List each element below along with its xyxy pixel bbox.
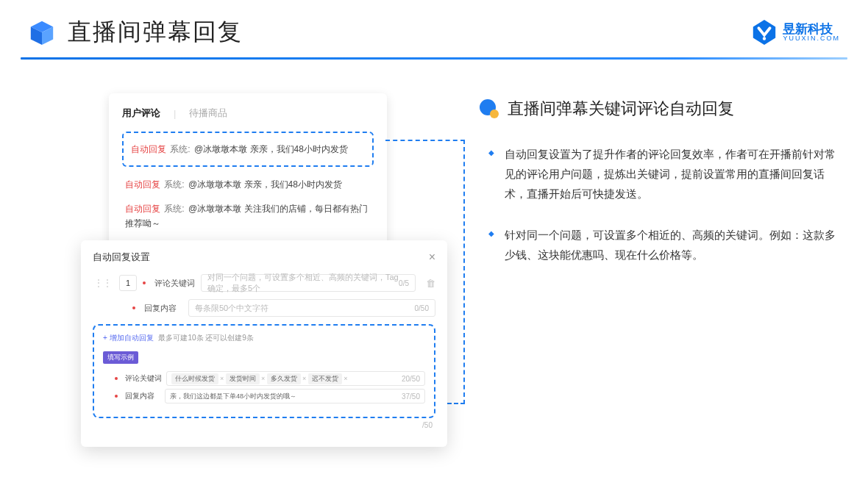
bullet-item-1: 自动回复设置为了提升作者的评论回复效率，作者可在开播前针对常见的评论用户问题，提… bbox=[505, 145, 839, 204]
system-prefix: 系统: bbox=[164, 204, 184, 214]
right-column: 直播间弹幕关键词评论自动回复 自动回复设置为了提升作者的评论回复效率，作者可在开… bbox=[478, 93, 839, 287]
svg-point-3 bbox=[763, 37, 766, 40]
reply-text: @冰墩墩本墩 关注我们的店铺，每日都有热门推荐呦～ bbox=[125, 204, 368, 229]
logo: 昱新科技 YUUXIN.COM bbox=[750, 18, 840, 46]
logo-text-wrap: 昱新科技 YUUXIN.COM bbox=[783, 23, 840, 42]
required-dot-icon bbox=[115, 377, 118, 380]
add-auto-reply-line: + 增加自动回复 最多可建10条 还可以创建9条 bbox=[103, 333, 425, 343]
close-icon[interactable]: × bbox=[429, 251, 435, 264]
auto-reply-tag: 自动回复 bbox=[125, 204, 160, 214]
example-badge: 填写示例 bbox=[103, 351, 138, 364]
keyword-label: 评论关键词 bbox=[154, 278, 195, 289]
delete-icon[interactable]: 🗑 bbox=[426, 278, 435, 289]
section-title: 直播间弹幕关键词评论自动回复 bbox=[508, 98, 734, 120]
connector-line bbox=[447, 403, 465, 404]
reply-row-2: 自动回复 系统: @冰墩墩本墩 亲亲，我们48小时内发货 bbox=[122, 173, 374, 196]
reply-text: @冰墩墩本墩 亲亲，我们48小时内发货 bbox=[188, 179, 342, 190]
form-row-keyword: ⋮⋮ 1 评论关键词 对同一个问题，可设置多个相近、高频的关键词，Tag确定，最… bbox=[93, 274, 435, 292]
comments-card: 用户评论 | 待播商品 自动回复 系统: @冰墩墩本墩 亲亲，我们48小时内发货… bbox=[109, 93, 387, 252]
outer-counter: /50 bbox=[93, 418, 435, 429]
content-label: 回复内容 bbox=[144, 303, 182, 314]
example-content-input[interactable]: 亲，我们这边都是下单48小时内发货的哦～ 37/50 bbox=[165, 389, 425, 403]
settings-header: 自动回复设置 × bbox=[93, 251, 435, 264]
tag-chip: 多久发货 bbox=[267, 373, 301, 384]
system-prefix: 系统: bbox=[164, 179, 184, 190]
example-keyword-counter: 20/50 bbox=[402, 375, 420, 383]
settings-title: 自动回复设置 bbox=[93, 251, 150, 264]
auto-reply-tag: 自动回复 bbox=[131, 144, 166, 154]
keyword-placeholder: 对同一个问题，可设置多个相近、高频的关键词，Tag确定，最多5个 bbox=[207, 272, 399, 294]
svg-point-5 bbox=[490, 110, 499, 118]
content: 用户评论 | 待播商品 自动回复 系统: @冰墩墩本墩 亲亲，我们48小时内发货… bbox=[0, 60, 868, 439]
reply-row-1: 自动回复 系统: @冰墩墩本墩 亲亲，我们48小时内发货 bbox=[128, 137, 368, 161]
reply-row-3: 自动回复 系统: @冰墩墩本墩 关注我们的店铺，每日都有热门推荐呦～ bbox=[122, 197, 374, 236]
bullet-circle-icon bbox=[478, 98, 500, 120]
connector-line bbox=[463, 140, 465, 404]
required-dot-icon bbox=[132, 306, 135, 309]
example-keyword-input[interactable]: 什么时候发货× 发货时间× 多久发货× 迟不发货× 20/50 bbox=[166, 371, 425, 386]
logo-name: 昱新科技 bbox=[783, 23, 840, 35]
highlighted-reply: 自动回复 系统: @冰墩墩本墩 亲亲，我们48小时内发货 bbox=[122, 132, 374, 167]
example-content-label: 回复内容 bbox=[125, 391, 160, 401]
add-auto-reply-link[interactable]: + 增加自动回复 bbox=[103, 334, 154, 342]
screenshot-stack: 用户评论 | 待播商品 自动回复 系统: @冰墩墩本墩 亲亲，我们48小时内发货… bbox=[81, 93, 449, 439]
tabs: 用户评论 | 待播商品 bbox=[122, 107, 374, 120]
bullet-list: 自动回复设置为了提升作者的评论回复效率，作者可在开播前针对常见的评论用户问题，提… bbox=[478, 145, 839, 265]
form-row-content: 回复内容 每条限50个中文字符 0/50 bbox=[93, 299, 435, 317]
reply-text: @冰墩墩本墩 亲亲，我们48小时内发货 bbox=[194, 144, 348, 154]
tag-chip: 发货时间 bbox=[226, 373, 260, 384]
drag-handle-icon[interactable]: ⋮⋮ bbox=[93, 278, 113, 288]
tag-chip: 迟不发货 bbox=[308, 373, 342, 384]
example-keyword-label: 评论关键词 bbox=[125, 373, 162, 384]
tab-divider: | bbox=[174, 108, 176, 119]
auto-reply-tag: 自动回复 bbox=[125, 179, 160, 190]
tag-chip: 什么时候发货 bbox=[171, 373, 218, 384]
cube-icon bbox=[28, 18, 56, 46]
content-input[interactable]: 每条限50个中文字符 0/50 bbox=[188, 299, 435, 317]
header-left: 直播间弹幕回复 bbox=[28, 16, 243, 49]
logo-sub: YUUXIN.COM bbox=[783, 35, 840, 42]
section-heading: 直播间弹幕关键词评论自动回复 bbox=[478, 98, 839, 120]
keyword-input[interactable]: 对同一个问题，可设置多个相近、高频的关键词，Tag确定，最多5个 0/5 bbox=[201, 274, 416, 292]
example-content-counter: 37/50 bbox=[402, 392, 420, 401]
content-placeholder: 每条限50个中文字符 bbox=[195, 303, 268, 314]
index-box: 1 bbox=[119, 275, 137, 291]
header: 直播间弹幕回复 昱新科技 YUUXIN.COM bbox=[0, 0, 868, 49]
required-dot-icon bbox=[115, 395, 118, 398]
example-keyword-row: 评论关键词 什么时候发货× 发货时间× 多久发货× 迟不发货× 20/50 bbox=[115, 371, 425, 386]
bullet-item-2: 针对同一个问题，可设置多个相近的、高频的关键词。例如：这款多少钱、这块能优惠吗、… bbox=[505, 226, 839, 265]
example-keyword-tags: 什么时候发货× 发货时间× 多久发货× 迟不发货× bbox=[171, 373, 347, 384]
example-section: + 增加自动回复 最多可建10条 还可以创建9条 填写示例 评论关键词 什么时候… bbox=[93, 324, 435, 418]
example-content-row: 回复内容 亲，我们这边都是下单48小时内发货的哦～ 37/50 bbox=[115, 389, 425, 403]
logo-icon bbox=[750, 18, 778, 46]
settings-card: 自动回复设置 × ⋮⋮ 1 评论关键词 对同一个问题，可设置多个相近、高频的关键… bbox=[81, 240, 447, 447]
add-auto-reply-note: 最多可建10条 还可以创建9条 bbox=[158, 334, 253, 342]
content-counter: 0/50 bbox=[415, 304, 429, 312]
tab-user-comments[interactable]: 用户评论 bbox=[122, 107, 160, 120]
connector-line bbox=[385, 140, 465, 141]
page-title: 直播间弹幕回复 bbox=[68, 16, 243, 49]
required-dot-icon bbox=[143, 281, 146, 284]
tab-pending-products[interactable]: 待播商品 bbox=[189, 107, 227, 120]
system-prefix: 系统: bbox=[170, 144, 190, 154]
keyword-counter: 0/5 bbox=[399, 279, 409, 287]
example-content-value: 亲，我们这边都是下单48小时内发货的哦～ bbox=[170, 392, 296, 401]
